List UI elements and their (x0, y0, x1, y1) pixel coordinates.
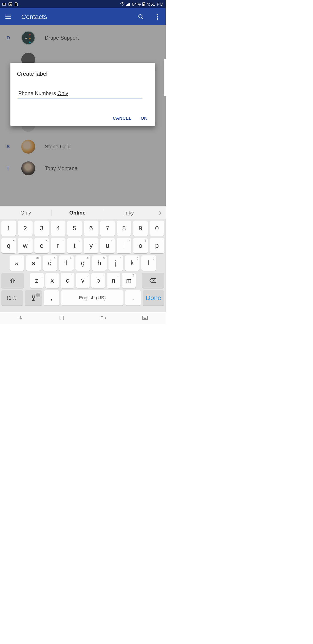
key-5[interactable]: 5 (67, 220, 82, 236)
system-nav-bar (0, 312, 166, 324)
scrollbar-track[interactable] (164, 59, 166, 96)
svg-point-4 (122, 5, 123, 6)
cancel-button[interactable]: CANCEL (113, 116, 131, 121)
key-q[interactable]: q+ (1, 238, 16, 253)
key-2[interactable]: 2 (18, 220, 33, 236)
key-u[interactable]: u< (100, 238, 115, 253)
svg-rect-26 (60, 316, 64, 320)
app-title: Contacts (21, 13, 130, 20)
soft-keyboard: 1234567890 q+w×e÷r=t/y_u<i>o[p] a!s@d#f$… (0, 219, 166, 312)
key-z[interactable]: z_ (30, 273, 44, 288)
svg-rect-22 (33, 295, 34, 298)
key-w[interactable]: w× (18, 238, 33, 253)
key-j[interactable]: j* (108, 256, 123, 271)
svg-rect-11 (143, 4, 145, 6)
svg-rect-5 (126, 5, 127, 6)
svg-rect-27 (142, 316, 148, 320)
sim-error-icon: x (14, 2, 18, 6)
label-name-input[interactable]: Phone Numbers Only (18, 90, 142, 99)
voice-input-key[interactable]: ✱ (25, 290, 42, 306)
suggestion[interactable]: Only (0, 210, 51, 216)
key-y[interactable]: y_ (84, 238, 98, 253)
key-e[interactable]: e÷ (34, 238, 49, 253)
suggestion[interactable]: Online (52, 210, 103, 216)
svg-line-16 (142, 18, 143, 19)
keyboard-switch-icon[interactable] (142, 316, 148, 321)
svg-point-17 (157, 14, 158, 15)
key-m[interactable]: m? (122, 273, 136, 288)
space-key[interactable]: English (US) (61, 290, 123, 306)
suggestion[interactable]: Inky (103, 210, 155, 216)
key-7[interactable]: 7 (100, 220, 115, 236)
signal-icon (126, 2, 130, 6)
search-icon[interactable] (136, 12, 145, 21)
keyboard-suggestion-bar: Only Online Inky (0, 206, 166, 219)
wifi-icon (120, 2, 125, 6)
svg-point-18 (157, 16, 158, 18)
clock-time: 4:51 PM (146, 2, 163, 7)
key-c[interactable]: c" (61, 273, 74, 288)
svg-point-19 (157, 18, 158, 20)
svg-text:x: x (17, 4, 18, 6)
svg-rect-0 (2, 3, 5, 5)
dialog-title: Create label (17, 70, 149, 77)
svg-rect-6 (127, 4, 128, 6)
more-suggestions-icon[interactable] (155, 210, 166, 216)
create-label-dialog: Create label Phone Numbers Only CANCEL O… (10, 63, 155, 126)
key-9[interactable]: 9 (133, 220, 148, 236)
overflow-menu-icon[interactable] (153, 12, 162, 21)
comma-key[interactable]: , (44, 290, 59, 306)
gear-badge-icon: ✱ (35, 291, 41, 299)
recents-icon[interactable] (59, 315, 64, 322)
coffee-icon (2, 2, 6, 6)
period-key[interactable]: . (125, 290, 141, 306)
app-bar: Contacts (0, 8, 166, 25)
key-i[interactable]: i> (117, 238, 131, 253)
key-f[interactable]: f$ (59, 256, 74, 271)
key-o[interactable]: o[ (133, 238, 148, 253)
key-t[interactable]: t/ (67, 238, 82, 253)
key-g[interactable]: g% (75, 256, 90, 271)
keyboard-hide-icon[interactable] (18, 315, 23, 322)
key-r[interactable]: r= (51, 238, 65, 253)
hamburger-menu-icon[interactable] (4, 12, 12, 21)
key-a[interactable]: a! (9, 256, 24, 271)
shift-key[interactable] (1, 273, 24, 288)
key-1[interactable]: 1 (1, 220, 16, 236)
battery-icon (142, 2, 145, 6)
image-icon (8, 2, 12, 6)
key-v[interactable]: v: (76, 273, 90, 288)
key-l[interactable]: l) (141, 256, 156, 271)
key-h[interactable]: h& (92, 256, 107, 271)
key-n[interactable]: n, (107, 273, 120, 288)
ok-button[interactable]: OK (141, 116, 147, 121)
key-p[interactable]: p] (150, 238, 164, 253)
key-k[interactable]: k( (125, 256, 140, 271)
symbol-mode-key[interactable]: !1☺ (1, 290, 23, 306)
key-b[interactable]: b; (91, 273, 105, 288)
key-d[interactable]: d# (43, 256, 57, 271)
key-0[interactable]: 0 (150, 220, 164, 236)
backspace-key[interactable] (142, 273, 164, 288)
svg-point-15 (139, 14, 142, 18)
back-icon[interactable] (100, 315, 106, 321)
key-s[interactable]: s@ (26, 256, 41, 271)
key-8[interactable]: 8 (117, 220, 131, 236)
status-bar: x 64% 4:51 PM (0, 0, 166, 8)
battery-percent: 64% (132, 2, 141, 7)
done-key[interactable]: Done (143, 290, 164, 306)
key-6[interactable]: 6 (84, 220, 98, 236)
svg-rect-8 (129, 3, 130, 6)
key-x[interactable]: x' (45, 273, 59, 288)
key-3[interactable]: 3 (34, 220, 49, 236)
svg-rect-7 (128, 4, 129, 6)
key-4[interactable]: 4 (51, 220, 65, 236)
svg-rect-10 (143, 2, 144, 2)
